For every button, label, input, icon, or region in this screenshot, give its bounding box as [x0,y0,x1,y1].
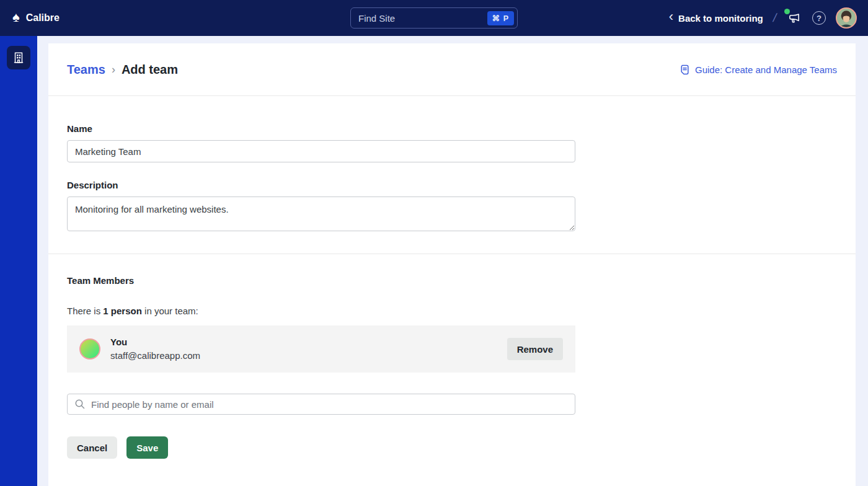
breadcrumb-teams-link[interactable]: Teams [67,63,105,77]
help-glyph: ? [817,14,822,23]
find-site-label: Find Site [358,13,395,24]
team-members-heading: Team Members [67,275,837,286]
building-icon [12,51,25,64]
member-name: You [110,335,200,349]
member-row: You staff@calibreapp.com Remove [67,325,575,373]
announcements-icon[interactable] [786,10,802,26]
breadcrumb-separator: › [112,63,115,76]
avatar[interactable] [836,7,857,29]
search-icon [74,399,86,410]
member-email: staff@calibreapp.com [110,349,200,363]
guide-link[interactable]: Guide: Create and Manage Teams [680,64,837,75]
help-icon[interactable]: ? [812,11,826,25]
save-button[interactable]: Save [126,436,168,459]
notification-dot [784,9,790,14]
breadcrumb: Teams › Add team [67,63,178,77]
topbar: ♠ Calibre Find Site ⌘ P ‹ Back to monito… [0,0,868,36]
chevron-left-icon: ‹ [669,10,673,24]
name-label: Name [67,123,837,134]
sidebar [0,36,37,486]
team-members-section: Team Members There is 1 person in your t… [48,254,856,477]
page-header: Teams › Add team Guide: Create and Manag… [48,43,856,96]
form-actions: Cancel Save [67,436,837,477]
main-content: Teams › Add team Guide: Create and Manag… [37,36,868,486]
member-search-input[interactable] [67,394,575,415]
topbar-right: ‹ Back to monitoring / ? [669,7,857,29]
content-card: Teams › Add team Guide: Create and Manag… [48,43,856,486]
find-site-shortcut-badge: ⌘ P [487,11,514,25]
cancel-button[interactable]: Cancel [67,436,117,459]
member-avatar [79,338,100,360]
description-input[interactable]: Monitoring for all marketing websites. [67,197,575,231]
name-input[interactable] [67,140,575,162]
avatar-image [837,9,856,27]
remove-member-button[interactable]: Remove [507,338,563,360]
back-link-label: Back to monitoring [678,13,763,24]
description-label: Description [67,180,837,190]
sidebar-item-organisation[interactable] [7,46,30,69]
member-search [67,394,575,415]
brand-name: Calibre [26,12,60,24]
member-count-prefix: There is [67,306,103,316]
team-details-section: Name Description Monitoring for all mark… [48,96,856,254]
guide-link-label: Guide: Create and Manage Teams [695,64,837,75]
member-info: You staff@calibreapp.com [110,335,200,363]
find-site-button[interactable]: Find Site ⌘ P [350,7,518,29]
member-count-suffix: in your team: [142,306,198,316]
member-count-text: There is 1 person in your team: [67,306,837,316]
brand[interactable]: ♠ Calibre [12,11,60,25]
calibre-logo-icon: ♠ [12,11,20,24]
topbar-separator: / [771,11,777,25]
document-icon [680,64,690,75]
member-count-value: 1 person [103,306,142,316]
page-title: Add team [122,63,178,77]
back-to-monitoring-link[interactable]: ‹ Back to monitoring [669,11,763,25]
